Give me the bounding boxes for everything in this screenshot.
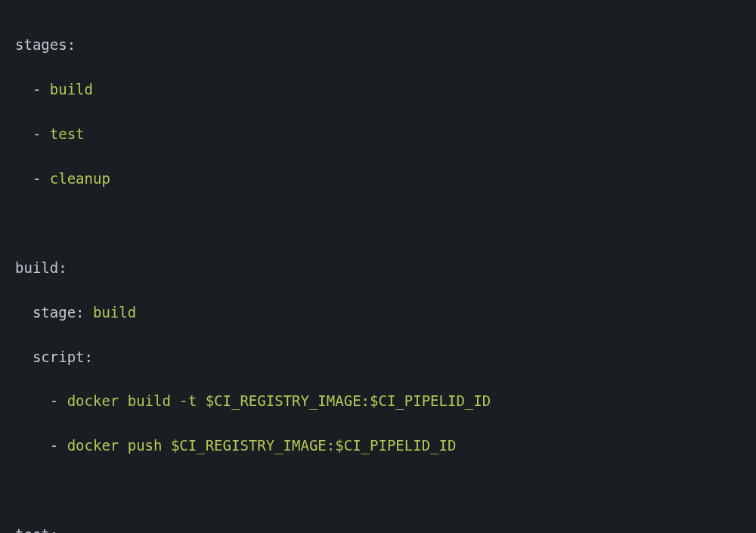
stage-value: build [93, 304, 136, 321]
script-command: docker push $CI_REGISTRY_IMAGE:$CI_PIPEL… [67, 437, 457, 454]
stages-header: stages: [15, 34, 741, 56]
yaml-code-block: stages: - build - test - cleanup build: … [15, 12, 741, 533]
stage-key: stage [33, 304, 76, 321]
test-job-header: test: [15, 524, 741, 533]
stage-name: cleanup [50, 170, 110, 187]
script-item: - docker push $CI_REGISTRY_IMAGE:$CI_PIP… [15, 435, 741, 457]
job-name: build [15, 259, 58, 276]
blank-line [15, 479, 741, 501]
stage-name: build [50, 81, 93, 98]
script-key: script [33, 349, 85, 365]
build-script-header: script: [15, 346, 741, 368]
stages-item: - test [15, 123, 741, 145]
stages-key: stages [15, 36, 67, 53]
blank-line [15, 212, 741, 234]
script-command: docker build -t $CI_REGISTRY_IMAGE:$CI_P… [67, 392, 491, 409]
build-stage-line: stage: build [15, 302, 741, 324]
stages-item: - build [15, 79, 741, 101]
job-name: test [15, 526, 50, 533]
stage-name: test [50, 126, 85, 142]
build-job-header: build: [15, 257, 741, 279]
stages-item: - cleanup [15, 168, 741, 190]
script-item: - docker build -t $CI_REGISTRY_IMAGE:$CI… [15, 390, 741, 412]
